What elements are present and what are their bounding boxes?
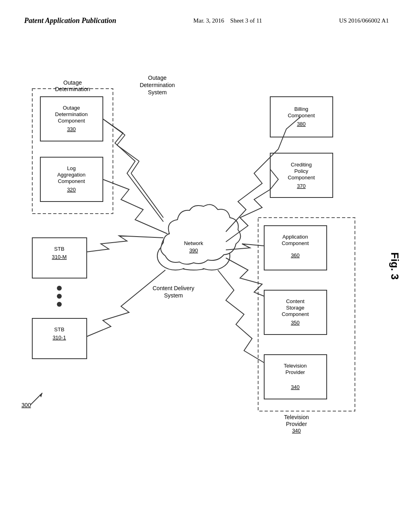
svg-line-71 [131,161,139,173]
svg-point-18 [57,302,62,307]
svg-text:STB: STB [54,246,64,252]
svg-text:Crediting: Crediting [291,162,312,168]
svg-text:Provider: Provider [286,421,307,427]
header-date-sheet: Mar. 3, 2016 Sheet 3 of 11 [193,16,262,25]
svg-text:Determination: Determination [55,111,88,117]
svg-text:Determination: Determination [140,82,175,88]
svg-text:Content: Content [286,298,305,304]
svg-text:Component: Component [58,118,85,124]
svg-text:Network: Network [184,240,203,246]
svg-text:340: 340 [292,428,301,434]
svg-rect-52 [264,226,327,270]
svg-text:Television: Television [284,363,307,369]
svg-text:Log: Log [67,165,76,171]
svg-text:Outage: Outage [148,75,167,81]
patent-publication-label: Patent Application Publication [24,16,116,25]
svg-text:System: System [148,89,167,96]
svg-text:Component: Component [282,240,309,246]
svg-text:Policy: Policy [294,168,309,174]
svg-point-17 [57,294,62,299]
svg-text:Outage: Outage [63,79,82,86]
svg-text:STB: STB [54,326,64,332]
svg-text:Fig. 3: Fig. 3 [389,252,399,280]
svg-text:320: 320 [67,187,76,193]
svg-text:300: 300 [21,402,31,408]
svg-marker-24 [40,393,42,397]
svg-text:Provider: Provider [286,369,305,375]
svg-text:Component: Component [58,178,85,184]
header-patent-number: US 2016/066002 A1 [339,16,389,25]
svg-text:Outage: Outage [63,105,80,111]
svg-text:330: 330 [67,126,76,132]
svg-text:Content Delivery: Content Delivery [152,285,194,291]
svg-text:Application: Application [282,234,308,240]
svg-text:Billing: Billing [294,106,309,112]
svg-text:Aggregation: Aggregation [57,172,86,178]
svg-text:System: System [164,292,183,299]
svg-text:350: 350 [291,320,300,326]
svg-text:310-M: 310-M [52,254,67,260]
svg-text:Component: Component [288,112,315,118]
svg-line-69 [117,135,125,145]
svg-line-72 [131,173,163,218]
svg-text:Television: Television [284,414,309,420]
svg-text:380: 380 [297,121,306,127]
svg-text:Determination: Determination [55,86,90,92]
svg-text:340: 340 [291,384,300,390]
svg-text:Component: Component [282,311,309,317]
svg-point-16 [57,286,62,291]
svg-text:370: 370 [297,183,306,189]
svg-text:360: 360 [291,252,300,258]
svg-rect-61 [264,355,327,399]
svg-text:390: 390 [189,247,198,254]
svg-text:Storage: Storage [286,305,305,311]
svg-text:310-1: 310-1 [52,335,66,341]
svg-text:Component: Component [288,175,315,181]
